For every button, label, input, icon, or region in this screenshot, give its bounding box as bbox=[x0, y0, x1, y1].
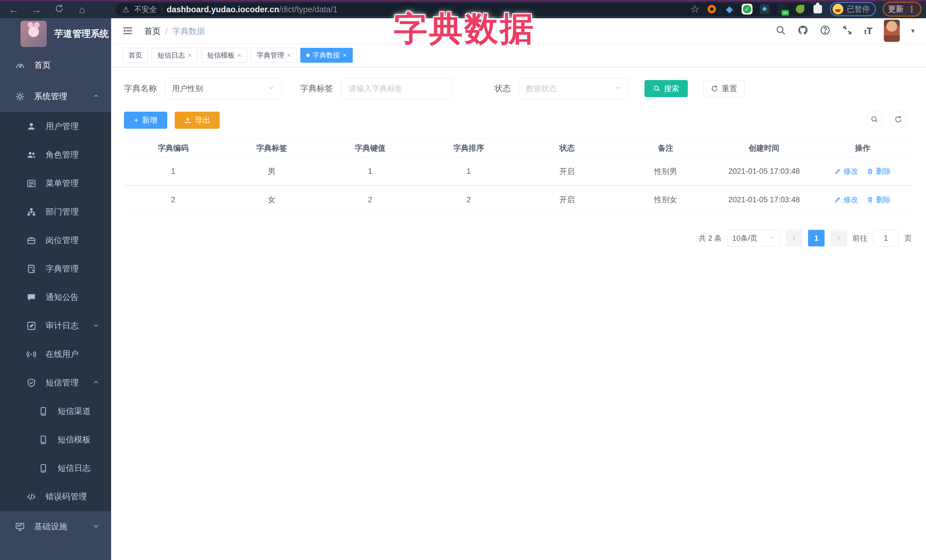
tab-item[interactable]: 字典管理× bbox=[251, 48, 297, 63]
browser-forward-icon[interactable]: → bbox=[31, 4, 42, 16]
toggle-search-button[interactable] bbox=[865, 110, 883, 128]
close-icon[interactable]: × bbox=[238, 51, 241, 59]
table-cell-operations: 修改删除 bbox=[813, 186, 912, 214]
export-button[interactable]: 导出 bbox=[175, 112, 220, 129]
browser-home-icon[interactable]: ⌂ bbox=[76, 4, 88, 16]
extension-icon[interactable] bbox=[794, 4, 805, 15]
sidebar-item-label: 短信模板 bbox=[57, 434, 91, 445]
sidebar-item[interactable]: 系统管理 bbox=[0, 81, 111, 112]
profile-paused-chip[interactable]: 已暂停 bbox=[830, 2, 876, 16]
extension-icon[interactable] bbox=[706, 4, 717, 15]
refresh-button[interactable] bbox=[890, 110, 907, 128]
tab-item[interactable]: 短信模板× bbox=[201, 48, 247, 63]
sidebar-item[interactable]: 角色管理 bbox=[0, 141, 111, 169]
sidebar-item[interactable]: 错误码管理 bbox=[0, 483, 111, 511]
search-button[interactable]: 搜索 bbox=[645, 80, 688, 97]
font-size-icon[interactable]: tT bbox=[864, 25, 872, 36]
monitor-icon bbox=[14, 522, 26, 531]
table-cell: 2 bbox=[124, 186, 222, 214]
tab-item[interactable]: 短信日志× bbox=[151, 48, 198, 63]
next-page-button[interactable] bbox=[830, 230, 847, 246]
sidebar-item[interactable]: 短信日志 bbox=[0, 454, 111, 483]
status-select[interactable]: 数据状态 bbox=[519, 78, 628, 99]
edit-link[interactable]: 修改 bbox=[834, 195, 858, 205]
browser-back-icon[interactable]: ← bbox=[8, 4, 20, 16]
table-cell: 1 bbox=[419, 157, 518, 185]
sidebar-item[interactable]: 基础设施 bbox=[0, 511, 111, 542]
close-icon[interactable]: × bbox=[188, 51, 192, 59]
sidebar-item[interactable]: 首页 bbox=[0, 50, 111, 81]
browser-update-button[interactable]: 更新 ⋮ bbox=[883, 2, 921, 17]
goto-page-input[interactable] bbox=[873, 230, 899, 246]
help-icon[interactable] bbox=[820, 25, 831, 37]
sidebar-fold-icon[interactable] bbox=[122, 25, 133, 38]
goto-label: 前往 bbox=[852, 233, 867, 243]
avatar-caret-icon[interactable]: ▾ bbox=[911, 27, 915, 35]
sidebar-item[interactable]: 岗位管理 bbox=[0, 226, 111, 255]
breadcrumb-home[interactable]: 首页 bbox=[144, 26, 161, 37]
reset-button[interactable]: 重置 bbox=[703, 80, 745, 97]
breadcrumb-separator: / bbox=[165, 27, 168, 36]
tab-label: 字典管理 bbox=[257, 51, 284, 60]
chevron-down-icon bbox=[92, 522, 100, 531]
tab-item[interactable]: 首页 bbox=[123, 48, 148, 63]
sidebar-logo[interactable]: 芋道管理系统 bbox=[0, 18, 111, 50]
edit-link[interactable]: 修改 bbox=[834, 166, 858, 176]
dict-label-input[interactable] bbox=[348, 84, 445, 94]
extensions-puzzle-icon[interactable] bbox=[812, 4, 823, 15]
sidebar-item[interactable]: 菜单管理 bbox=[0, 169, 111, 198]
page-number-button[interactable]: 1 bbox=[808, 230, 825, 246]
tab-active[interactable]: 字典数据× bbox=[300, 48, 353, 63]
search-icon[interactable] bbox=[775, 25, 786, 37]
add-button[interactable]: + 新增 bbox=[124, 112, 167, 129]
filter-form: 字典名称 用户性别 字典标签 状态 数据状态 搜索 bbox=[124, 78, 912, 99]
sidebar-item[interactable]: 审计日志 bbox=[0, 312, 111, 340]
extension-icon[interactable]: ◆ bbox=[724, 4, 735, 15]
delete-label: 删除 bbox=[876, 166, 891, 176]
sidebar-item[interactable]: 在线用户 bbox=[0, 340, 111, 368]
sidebar-item-label: 首页 bbox=[34, 60, 51, 71]
sidebar-item[interactable]: 短信渠道 bbox=[0, 397, 111, 426]
close-icon[interactable]: × bbox=[287, 51, 291, 59]
dict-name-value: 用户性别 bbox=[172, 83, 203, 94]
user-avatar[interactable] bbox=[884, 20, 900, 42]
chevron-down-icon bbox=[614, 84, 622, 93]
chevron-up-icon bbox=[92, 379, 100, 387]
sidebar-item[interactable]: 通知公告 bbox=[0, 283, 111, 312]
dict-name-label: 字典名称 bbox=[124, 83, 157, 94]
dict-name-select[interactable]: 用户性别 bbox=[165, 78, 282, 99]
tab-label: 字典数据 bbox=[313, 51, 340, 60]
github-icon[interactable] bbox=[797, 25, 808, 37]
sidebar-item-label: 在线用户 bbox=[45, 349, 79, 360]
sidebar-item[interactable]: 短信管理 bbox=[0, 368, 111, 397]
prev-page-button[interactable] bbox=[786, 230, 802, 246]
reset-button-label: 重置 bbox=[722, 83, 737, 94]
sidebar-item[interactable]: 部门管理 bbox=[0, 198, 111, 226]
table-toolbar: + 新增 导出 bbox=[124, 112, 912, 129]
table-row: 1男11开启性别男2021-01-05 17:03:48修改删除 bbox=[124, 157, 912, 186]
browser-menu-icon[interactable]: ⋮ bbox=[908, 4, 916, 14]
extension-icon[interactable]: ✓ bbox=[741, 4, 752, 15]
page-size-select[interactable]: 10条/页 bbox=[728, 230, 780, 246]
plus-icon: + bbox=[134, 116, 138, 125]
extension-icon[interactable]: on bbox=[777, 4, 788, 15]
shield-check-icon bbox=[25, 378, 38, 388]
edit-icon bbox=[834, 168, 841, 175]
bookmark-star-icon[interactable]: ☆ bbox=[690, 3, 699, 15]
table-column-header: 字典键值 bbox=[321, 139, 419, 157]
sidebar-item[interactable]: 用户管理 bbox=[0, 112, 111, 141]
sidebar-item[interactable]: 字典管理 bbox=[0, 255, 111, 283]
browser-reload-icon[interactable] bbox=[54, 4, 65, 16]
sidebar-item-label: 部门管理 bbox=[45, 206, 79, 217]
table-cell: 1 bbox=[124, 157, 222, 185]
audit-log-icon bbox=[25, 321, 38, 331]
table-column-header: 创建时间 bbox=[715, 139, 814, 157]
extension-icon[interactable]: ◆ bbox=[759, 4, 770, 15]
org-tree-icon bbox=[25, 207, 38, 217]
sidebar-item[interactable]: 短信模板 bbox=[0, 426, 111, 454]
delete-link[interactable]: 删除 bbox=[867, 166, 891, 176]
gear-icon bbox=[14, 92, 26, 101]
close-icon[interactable]: × bbox=[343, 51, 347, 59]
fullscreen-icon[interactable] bbox=[842, 25, 853, 37]
delete-link[interactable]: 删除 bbox=[867, 195, 891, 205]
